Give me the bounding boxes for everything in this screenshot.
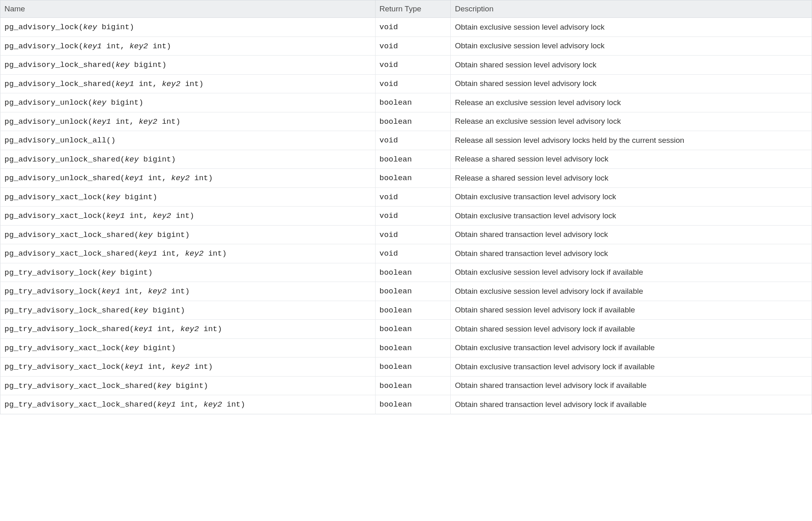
- description: Obtain shared session level advisory loc…: [451, 74, 812, 93]
- param-name: key1: [93, 117, 111, 126]
- description: Obtain exclusive session level advisory …: [451, 263, 812, 282]
- table-row: pg_advisory_unlock_all()voidRelease all …: [0, 131, 812, 150]
- description: Obtain exclusive transaction level advis…: [451, 187, 812, 207]
- param-name: key: [106, 193, 120, 202]
- signature-code: pg_advisory_lock(key1 int, key2 int): [4, 42, 171, 51]
- function-signature: pg_advisory_unlock(key bigint): [0, 93, 376, 112]
- param-name: key2: [162, 80, 181, 88]
- param-name: key: [125, 344, 138, 353]
- function-signature: pg_advisory_lock(key1 int, key2 int): [0, 37, 376, 56]
- description: Obtain shared session level advisory loc…: [451, 320, 812, 339]
- description: Obtain exclusive session level advisory …: [451, 37, 812, 56]
- table-row: pg_try_advisory_xact_lock(key bigint)boo…: [0, 338, 812, 357]
- function-signature: pg_advisory_xact_lock_shared(key bigint): [0, 225, 376, 244]
- param-name: key1: [125, 174, 143, 183]
- return-type: boolean: [375, 301, 451, 320]
- return-type: boolean: [375, 282, 451, 301]
- table-header-row: Name Return Type Description: [0, 0, 812, 18]
- table-row: pg_advisory_unlock_shared(key bigint)boo…: [0, 150, 812, 169]
- signature-code: pg_advisory_unlock_shared(key1 int, key2…: [4, 174, 213, 183]
- return-type-code: void: [380, 60, 398, 69]
- param-name: key: [157, 381, 171, 390]
- functions-table: Name Return Type Description pg_advisory…: [0, 0, 812, 414]
- param-name: key2: [153, 211, 171, 220]
- function-signature: pg_advisory_xact_lock(key bigint): [0, 187, 376, 207]
- param-name: key2: [203, 400, 222, 409]
- function-signature: pg_try_advisory_lock_shared(key bigint): [0, 301, 376, 320]
- param-name: key1: [125, 362, 143, 371]
- table-row: pg_try_advisory_xact_lock_shared(key big…: [0, 376, 812, 395]
- signature-code: pg_try_advisory_lock_shared(key bigint): [4, 306, 185, 315]
- return-type-code: boolean: [380, 306, 412, 315]
- param-name: key2: [171, 174, 190, 183]
- header-return-type: Return Type: [375, 0, 451, 18]
- table-row: pg_try_advisory_lock_shared(key1 int, ke…: [0, 320, 812, 339]
- description: Obtain exclusive transaction level advis…: [451, 207, 812, 226]
- param-name: key2: [185, 249, 204, 258]
- return-type: boolean: [375, 357, 451, 377]
- function-signature: pg_try_advisory_lock_shared(key1 int, ke…: [0, 320, 376, 339]
- description: Release an exclusive session level advis…: [451, 93, 812, 112]
- table-row: pg_advisory_lock(key1 int, key2 int)void…: [0, 37, 812, 56]
- table-row: pg_advisory_lock_shared(key bigint)voidO…: [0, 56, 812, 75]
- return-type-code: boolean: [380, 287, 412, 296]
- param-name: key1: [157, 400, 176, 409]
- header-name: Name: [0, 0, 376, 18]
- description: Release all session level advisory locks…: [451, 131, 812, 150]
- param-name: key: [102, 268, 115, 277]
- param-name: key1: [83, 42, 102, 51]
- function-signature: pg_try_advisory_xact_lock(key1 int, key2…: [0, 357, 376, 377]
- return-type-code: void: [380, 23, 398, 32]
- description: Obtain exclusive session level advisory …: [451, 282, 812, 301]
- return-type-code: boolean: [380, 344, 412, 353]
- table-row: pg_advisory_lock_shared(key1 int, key2 i…: [0, 74, 812, 93]
- signature-code: pg_advisory_unlock_all(): [4, 136, 116, 145]
- signature-code: pg_try_advisory_xact_lock(key1 int, key2…: [4, 362, 213, 371]
- function-signature: pg_try_advisory_lock(key bigint): [0, 263, 376, 282]
- return-type-code: boolean: [380, 362, 412, 371]
- header-description: Description: [451, 0, 812, 18]
- param-name: key1: [139, 249, 158, 258]
- description: Obtain exclusive transaction level advis…: [451, 338, 812, 357]
- description: Obtain exclusive transaction level advis…: [451, 357, 812, 377]
- param-name: key1: [116, 80, 134, 88]
- return-type-code: boolean: [380, 117, 412, 126]
- param-name: key2: [130, 42, 148, 51]
- table-row: pg_advisory_unlock(key1 int, key2 int)bo…: [0, 112, 812, 131]
- signature-code: pg_advisory_unlock(key bigint): [4, 98, 143, 107]
- return-type-code: void: [380, 136, 398, 145]
- description: Obtain shared session level advisory loc…: [451, 301, 812, 320]
- return-type-code: void: [380, 42, 398, 51]
- param-name: key: [139, 230, 153, 239]
- table-row: pg_try_advisory_lock(key1 int, key2 int)…: [0, 282, 812, 301]
- signature-code: pg_advisory_xact_lock_shared(key bigint): [4, 230, 190, 239]
- description: Release an exclusive session level advis…: [451, 112, 812, 131]
- description: Obtain shared transaction level advisory…: [451, 225, 812, 244]
- table-row: pg_try_advisory_lock_shared(key bigint)b…: [0, 301, 812, 320]
- return-type-code: void: [380, 230, 398, 239]
- param-name: key: [83, 23, 97, 32]
- signature-code: pg_try_advisory_lock_shared(key1 int, ke…: [4, 325, 222, 334]
- return-type: boolean: [375, 93, 451, 112]
- param-name: key2: [180, 325, 199, 334]
- return-type: boolean: [375, 169, 451, 188]
- signature-code: pg_advisory_lock_shared(key bigint): [4, 60, 166, 69]
- return-type: void: [375, 37, 451, 56]
- param-name: key: [93, 98, 106, 107]
- table-row: pg_try_advisory_xact_lock_shared(key1 in…: [0, 395, 812, 414]
- param-name: key1: [102, 287, 120, 296]
- signature-code: pg_advisory_lock(key bigint): [4, 23, 134, 32]
- param-name: key2: [139, 117, 158, 126]
- return-type: boolean: [375, 338, 451, 357]
- return-type-code: boolean: [380, 325, 412, 334]
- description: Release a shared session level advisory …: [451, 169, 812, 188]
- signature-code: pg_try_advisory_xact_lock_shared(key1 in…: [4, 400, 245, 409]
- function-signature: pg_try_advisory_xact_lock(key bigint): [0, 338, 376, 357]
- return-type: void: [375, 225, 451, 244]
- return-type-code: void: [380, 193, 398, 202]
- table-row: pg_advisory_unlock_shared(key1 int, key2…: [0, 169, 812, 188]
- return-type: boolean: [375, 376, 451, 395]
- description: Obtain shared transaction level advisory…: [451, 244, 812, 263]
- return-type: void: [375, 131, 451, 150]
- signature-code: pg_try_advisory_xact_lock_shared(key big…: [4, 381, 208, 390]
